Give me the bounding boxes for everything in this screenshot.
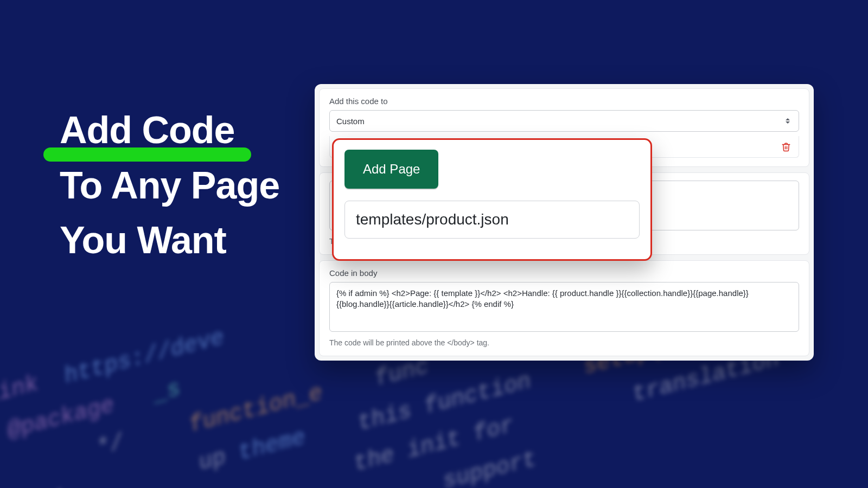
add-to-select[interactable]: Custom	[329, 110, 799, 132]
add-to-label: Add this code to	[329, 97, 799, 106]
body-label: Code in body	[329, 268, 799, 278]
section-body: Code in body {% if admin %} <h2>Page: {{…	[319, 260, 809, 356]
headline-line-2: To Any Page	[60, 158, 279, 214]
select-caret-icon	[786, 117, 792, 125]
add-page-button-label: Add Page	[363, 162, 420, 177]
add-page-button[interactable]: Add Page	[344, 150, 438, 189]
add-to-value: Custom	[336, 117, 365, 126]
headline-line-3: You Want	[60, 213, 279, 268]
body-code-textarea[interactable]: {% if admin %} <h2>Page: {{ template }}<…	[329, 282, 799, 332]
template-path-value: templates/product.json	[356, 211, 509, 228]
marketing-headline: Add Code To Any Page You Want	[60, 103, 279, 268]
headline-line-1: Add Code	[60, 109, 235, 151]
template-path-input[interactable]: templates/product.json	[344, 201, 640, 239]
body-helper-text: The code will be printed above the </bod…	[329, 338, 799, 347]
callout-popup: Add Page templates/product.json	[332, 138, 652, 261]
page-canvas: @link https://deve @package _s */ functi…	[0, 0, 868, 488]
trash-icon[interactable]	[781, 142, 791, 152]
